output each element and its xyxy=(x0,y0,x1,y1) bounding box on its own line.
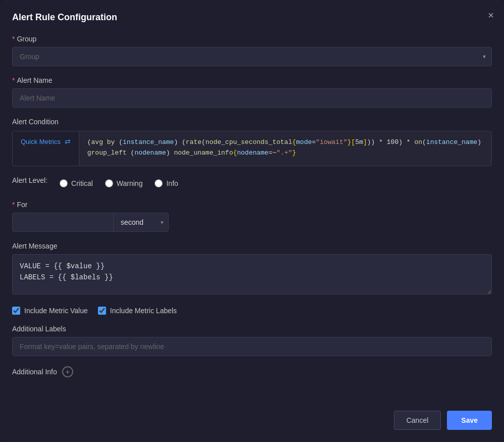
for-unit-select[interactable]: second minute hour xyxy=(113,213,169,232)
code-line-2: group_left (nodename) node_uname_info{no… xyxy=(87,148,483,159)
group-select[interactable]: Group xyxy=(12,47,492,66)
alert-condition-section: Alert Condition Quick Metrics ⇄ (avg by … xyxy=(12,118,492,166)
additional-info-add-button[interactable]: + xyxy=(62,366,73,377)
radio-item-warning[interactable]: Warning xyxy=(105,179,143,187)
close-button[interactable]: × xyxy=(488,10,494,20)
alert-level-section: Alert Level: Critical Warning Info xyxy=(12,176,492,190)
radio-item-info[interactable]: Info xyxy=(155,179,178,187)
radio-critical-label: Critical xyxy=(71,179,93,187)
radio-info[interactable] xyxy=(155,179,163,187)
checkbox-row: Include Metric Value Include Metric Labe… xyxy=(12,307,492,315)
alert-name-label: *Alert Name xyxy=(12,76,492,84)
radio-item-critical[interactable]: Critical xyxy=(60,179,93,187)
alert-message-textarea[interactable]: VALUE = {{ $value }} LABELS = {{ $labels… xyxy=(12,254,492,294)
additional-labels-label: Additional Labels xyxy=(12,325,492,333)
group-label: *Group xyxy=(12,35,492,43)
radio-info-label: Info xyxy=(166,179,178,187)
checkbox-item-metric-value[interactable]: Include Metric Value xyxy=(12,307,88,315)
checkbox-item-metric-labels[interactable]: Include Metric Labels xyxy=(98,307,177,315)
radio-warning[interactable] xyxy=(105,179,113,187)
alert-condition-label: Alert Condition xyxy=(12,118,492,126)
dialog-container: Alert Rule Configuration × *Group Group … xyxy=(0,0,504,442)
additional-info-label: Additional Info xyxy=(12,368,57,376)
alert-level-radio-group: Alert Level: Critical Warning Info xyxy=(12,176,492,190)
radio-warning-label: Warning xyxy=(117,179,143,187)
additional-info-section: Additional Info + xyxy=(12,366,492,377)
alert-name-input[interactable] xyxy=(12,88,492,108)
group-select-wrapper: Group ▾ xyxy=(12,47,492,66)
include-metric-value-label: Include Metric Value xyxy=(24,307,88,315)
quick-metrics-row: Quick Metrics ⇄ xyxy=(21,137,71,145)
save-button[interactable]: Save xyxy=(447,411,492,430)
for-label: *For xyxy=(12,201,492,209)
quick-metrics-sidebar: Quick Metrics ⇄ xyxy=(13,131,79,166)
additional-labels-input[interactable] xyxy=(12,337,492,356)
dialog-footer: Cancel Save xyxy=(394,411,492,430)
condition-box: Quick Metrics ⇄ (avg by (instance_name) … xyxy=(12,131,492,166)
condition-code-area: (avg by (instance_name) (rate(node_cpu_s… xyxy=(79,131,491,166)
cancel-button[interactable]: Cancel xyxy=(394,411,441,430)
for-section: *For second minute hour ▾ xyxy=(12,201,492,232)
quick-metrics-label[interactable]: Quick Metrics xyxy=(21,138,61,145)
alert-name-section: *Alert Name xyxy=(12,76,492,108)
radio-critical[interactable] xyxy=(60,179,68,187)
alert-level-label: Alert Level: xyxy=(12,176,47,184)
for-required-star: * xyxy=(12,201,15,209)
alert-name-required-star: * xyxy=(12,76,15,84)
alert-message-label: Alert Message xyxy=(12,242,492,250)
for-value-input[interactable] xyxy=(12,213,113,232)
for-row: second minute hour ▾ xyxy=(12,213,492,232)
code-line-1: (avg by (instance_name) (rate(node_cpu_s… xyxy=(87,137,483,148)
group-required-star: * xyxy=(12,35,15,43)
include-metric-labels-checkbox[interactable] xyxy=(98,307,106,315)
include-metric-value-checkbox[interactable] xyxy=(12,307,20,315)
quick-metrics-expand-icon[interactable]: ⇄ xyxy=(65,137,71,145)
for-unit-select-wrapper: second minute hour ▾ xyxy=(113,213,169,232)
dialog-title: Alert Rule Configuration xyxy=(12,12,492,23)
group-section: *Group Group ▾ xyxy=(12,35,492,66)
include-metric-labels-label: Include Metric Labels xyxy=(110,307,177,315)
alert-message-section: Alert Message VALUE = {{ $value }} LABEL… xyxy=(12,242,492,297)
additional-labels-section: Additional Labels xyxy=(12,325,492,356)
